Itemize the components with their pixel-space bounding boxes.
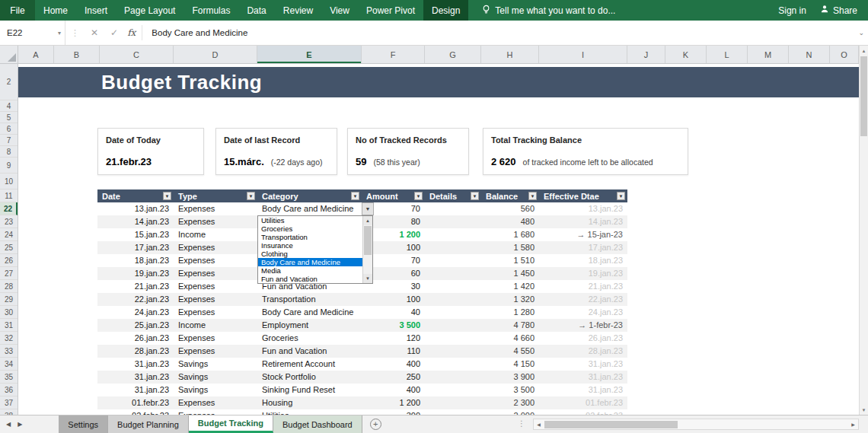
- cell-date-34[interactable]: 31.jan.23: [97, 358, 174, 371]
- sheet-tab-budget-tracking[interactable]: Budget Tracking: [189, 415, 273, 433]
- cell-details-28[interactable]: [425, 280, 481, 293]
- table-header-details[interactable]: Details▼: [425, 189, 481, 202]
- name-box[interactable]: E22 ▾: [0, 21, 65, 45]
- sheet-nav-left-icon[interactable]: ◀: [6, 421, 11, 428]
- cell-type-35[interactable]: Savings: [174, 371, 257, 384]
- cell-type-26[interactable]: Expenses: [174, 254, 257, 267]
- sheet-tab-budget-planning[interactable]: Budget Planning: [108, 415, 189, 433]
- cell-effective-37[interactable]: 01.febr.23: [539, 396, 627, 409]
- cell-date-24[interactable]: 15.jan.23: [97, 228, 174, 241]
- ribbon-tab-data[interactable]: Data: [238, 0, 274, 21]
- cell-effective-27[interactable]: 19.jan.23: [539, 267, 627, 280]
- cell-category-33[interactable]: Fun and Vacation: [257, 345, 362, 358]
- cell-type-38[interactable]: Expenses: [174, 409, 257, 415]
- cell-effective-23[interactable]: 14.jan.23: [539, 215, 627, 228]
- cell-amount-29[interactable]: 100: [362, 293, 425, 306]
- cell-date-23[interactable]: 14.jan.23: [97, 215, 174, 228]
- cell-effective-34[interactable]: 31.jan.23: [539, 358, 627, 371]
- cell-balance-38[interactable]: 2 000: [481, 409, 539, 415]
- cell-type-33[interactable]: Expenses: [174, 345, 257, 358]
- filter-button-date[interactable]: ▼: [163, 192, 171, 200]
- cell-balance-22[interactable]: 560: [481, 202, 539, 215]
- row-header-24[interactable]: 24: [0, 228, 18, 241]
- cell-details-29[interactable]: [425, 293, 481, 306]
- cell-effective-35[interactable]: 31.jan.23: [539, 371, 627, 384]
- column-header-h[interactable]: H: [481, 46, 539, 63]
- cell-date-22[interactable]: 13.jan.23: [97, 202, 174, 215]
- cell-details-38[interactable]: [425, 409, 481, 415]
- row-header-11[interactable]: 11: [0, 189, 18, 202]
- cell-balance-29[interactable]: 1 320: [481, 293, 539, 306]
- cell-balance-28[interactable]: 1 420: [481, 280, 539, 293]
- row-header-9[interactable]: 9: [0, 158, 18, 174]
- cell-category-31[interactable]: Employment: [257, 319, 362, 332]
- cell-category-35[interactable]: Stock Portfolio: [257, 371, 362, 384]
- cell-effective-25[interactable]: 17.jan.23: [539, 241, 627, 254]
- cell-details-33[interactable]: [425, 345, 481, 358]
- filter-button-category[interactable]: ▼: [351, 192, 359, 200]
- cell-type-36[interactable]: Savings: [174, 384, 257, 396]
- cell-date-38[interactable]: 02.febr.23: [97, 409, 174, 415]
- table-header-date[interactable]: Date▼: [97, 189, 174, 202]
- formula-input[interactable]: Body Care and Medicine: [152, 28, 247, 37]
- cell-date-27[interactable]: 19.jan.23: [97, 267, 174, 280]
- column-header-m[interactable]: M: [748, 46, 789, 63]
- sheet-tab-budget-dashboard[interactable]: Budget Dashboard: [273, 415, 362, 433]
- row-header-33[interactable]: 33: [0, 345, 18, 358]
- cell-effective-30[interactable]: 24.jan.23: [539, 306, 627, 319]
- cell-amount-31[interactable]: 3 500: [362, 319, 425, 332]
- cell-amount-38[interactable]: 300: [362, 409, 425, 415]
- cell-amount-35[interactable]: 250: [362, 371, 425, 384]
- cell-details-36[interactable]: [425, 384, 481, 396]
- dropdown-item-insurance[interactable]: Insurance: [258, 241, 362, 250]
- cell-effective-32[interactable]: 26.jan.23: [539, 332, 627, 345]
- cell-balance-34[interactable]: 4 150: [481, 358, 539, 371]
- column-header-l[interactable]: L: [707, 46, 748, 63]
- cell-date-32[interactable]: 26.jan.23: [97, 332, 174, 345]
- insert-function-button[interactable]: fx: [124, 27, 142, 38]
- row-header-30[interactable]: 30: [0, 306, 18, 319]
- filter-button-balance[interactable]: ▼: [528, 192, 537, 200]
- dropdown-item-utilities[interactable]: Utilities: [258, 216, 362, 224]
- cell-category-37[interactable]: Housing: [257, 396, 362, 409]
- row-header-28[interactable]: 28: [0, 280, 18, 293]
- dropdown-item-groceries[interactable]: Groceries: [258, 224, 362, 233]
- cell-category-22[interactable]: Body Care and Medicine: [257, 202, 362, 215]
- cell-date-31[interactable]: 25.jan.23: [97, 319, 174, 332]
- cell-balance-33[interactable]: 4 550: [481, 345, 539, 358]
- cell-details-26[interactable]: [425, 254, 481, 267]
- column-header-d[interactable]: D: [174, 46, 257, 63]
- cell-effective-36[interactable]: 31.jan.23: [539, 384, 627, 396]
- cell-amount-36[interactable]: 400: [362, 384, 425, 396]
- row-header-22[interactable]: 22: [0, 202, 18, 215]
- row-header-6[interactable]: 6: [0, 123, 18, 135]
- horizontal-scrollbar-thumb[interactable]: [544, 421, 678, 428]
- column-header-b[interactable]: B: [54, 46, 100, 63]
- column-header-i[interactable]: I: [539, 46, 627, 63]
- ribbon-tab-power-pivot[interactable]: Power Pivot: [358, 0, 423, 21]
- cell-details-23[interactable]: [425, 215, 481, 228]
- cell-balance-30[interactable]: 1 280: [481, 306, 539, 319]
- row-header-8[interactable]: 8: [0, 146, 18, 158]
- ribbon-tab-insert[interactable]: Insert: [76, 0, 116, 21]
- cell-type-25[interactable]: Expenses: [174, 241, 257, 254]
- ribbon-tab-review[interactable]: Review: [275, 0, 321, 21]
- row-header-25[interactable]: 25: [0, 241, 18, 254]
- cell-amount-33[interactable]: 110: [362, 345, 425, 358]
- cell-balance-23[interactable]: 480: [481, 215, 539, 228]
- column-header-c[interactable]: C: [100, 46, 174, 63]
- cell-balance-37[interactable]: 2 300: [481, 396, 539, 409]
- cell-effective-29[interactable]: 22.jan.23: [539, 293, 627, 306]
- cell-category-38[interactable]: Utilities: [257, 409, 362, 415]
- row-header-31[interactable]: 31: [0, 319, 18, 332]
- cell-date-33[interactable]: 28.jan.23: [97, 345, 174, 358]
- table-header-effective[interactable]: Effective Dtae▼: [539, 189, 627, 202]
- cell-type-31[interactable]: Income: [174, 319, 257, 332]
- row-header-36[interactable]: 36: [0, 384, 18, 396]
- cell-date-37[interactable]: 01.febr.23: [97, 396, 174, 409]
- cell-date-28[interactable]: 21.jan.23: [97, 280, 174, 293]
- cell-category-36[interactable]: Sinking Fund Reset: [257, 384, 362, 396]
- cell-category-29[interactable]: Transportation: [257, 293, 362, 306]
- column-header-a[interactable]: A: [18, 46, 54, 63]
- share-button[interactable]: Share: [820, 5, 857, 16]
